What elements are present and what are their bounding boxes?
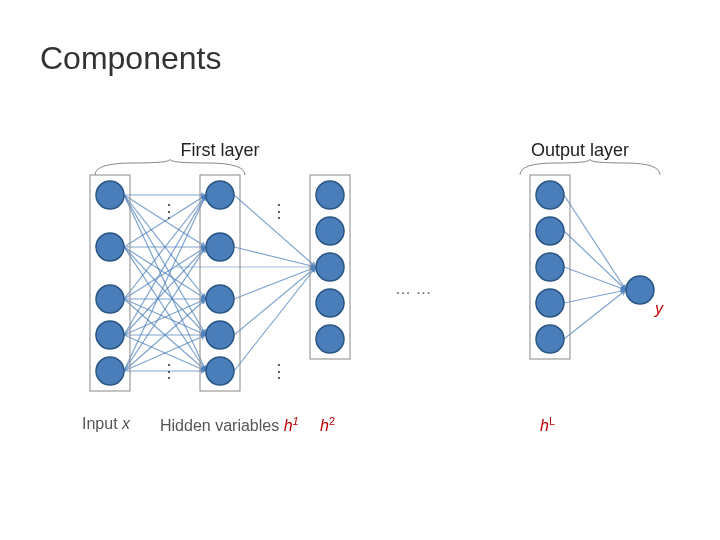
svg-point-60 — [626, 276, 654, 304]
svg-point-45 — [206, 285, 234, 313]
label-input-x: Input x — [82, 415, 130, 433]
svg-point-51 — [316, 253, 344, 281]
svg-point-52 — [316, 289, 344, 317]
label-hidden-h1: Hidden variables h1 — [160, 415, 299, 435]
svg-point-50 — [316, 217, 344, 245]
svg-point-41 — [96, 357, 124, 385]
label-hL: hL — [540, 415, 555, 435]
svg-line-31 — [564, 195, 626, 290]
svg-point-56 — [536, 217, 564, 245]
svg-point-53 — [316, 325, 344, 353]
svg-point-47 — [206, 357, 234, 385]
svg-point-37 — [96, 181, 124, 209]
svg-point-59 — [536, 325, 564, 353]
svg-point-44 — [206, 233, 234, 261]
vdots-2b: ⋮ — [270, 360, 288, 382]
label-y: y — [655, 300, 663, 318]
svg-point-38 — [96, 233, 124, 261]
label-h2: h2 — [320, 415, 335, 435]
svg-line-28 — [234, 267, 316, 335]
svg-point-40 — [96, 321, 124, 349]
svg-line-32 — [564, 231, 626, 290]
svg-line-26 — [234, 247, 316, 267]
svg-point-57 — [536, 253, 564, 281]
network-diagram — [0, 0, 720, 540]
svg-point-43 — [206, 181, 234, 209]
svg-line-34 — [564, 290, 626, 303]
svg-point-49 — [316, 181, 344, 209]
vdots-1b: ⋮ — [160, 360, 178, 382]
vdots-2a: ⋮ — [270, 200, 288, 222]
svg-line-35 — [564, 290, 626, 339]
h-ellipsis: … … — [395, 280, 431, 298]
vdots-1a: ⋮ — [160, 200, 178, 222]
svg-point-55 — [536, 181, 564, 209]
svg-point-39 — [96, 285, 124, 313]
svg-point-58 — [536, 289, 564, 317]
svg-line-33 — [564, 267, 626, 290]
svg-point-46 — [206, 321, 234, 349]
